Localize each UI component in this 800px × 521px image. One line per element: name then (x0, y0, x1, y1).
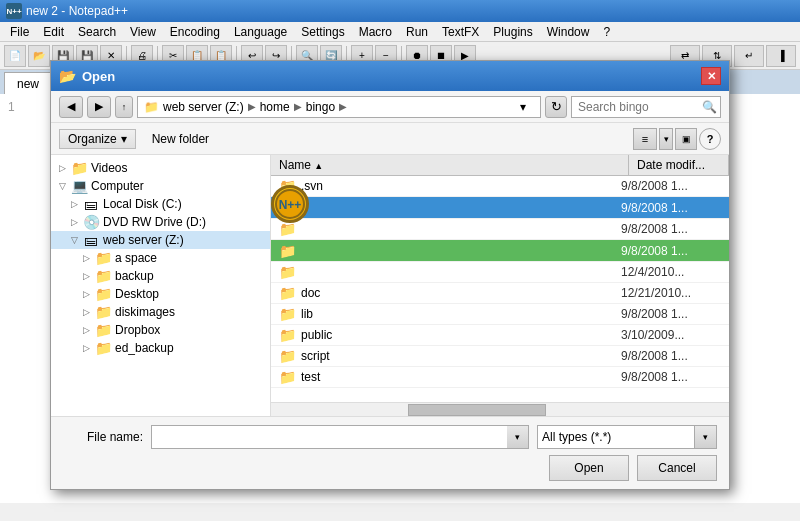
h-scroll-thumb[interactable] (408, 404, 545, 416)
tree-item-desktop[interactable]: ▷ 📁 Desktop (51, 285, 270, 303)
menu-macro[interactable]: Macro (353, 23, 398, 41)
file-row-script[interactable]: 📁 script 9/8/2008 1... (271, 346, 729, 367)
menu-window[interactable]: Window (541, 23, 596, 41)
view-list-button[interactable]: ≡ (633, 128, 657, 150)
path-part-bingo[interactable]: bingo (306, 100, 335, 114)
search-wrapper: 🔍 (571, 96, 721, 118)
file-row-doc[interactable]: 📁 doc 12/21/2010... (271, 283, 729, 304)
tab-new[interactable]: new (4, 72, 52, 94)
filename-dropdown[interactable]: ▾ (507, 425, 529, 449)
computer-icon: 💻 (71, 179, 87, 193)
hdd-icon-z: 🖴 (83, 233, 99, 247)
menu-language[interactable]: Language (228, 23, 293, 41)
col-header-name[interactable]: Name ▲ (271, 155, 629, 175)
menu-search[interactable]: Search (72, 23, 122, 41)
right-panel-wrapper: N++ Name ▲ Date modif... 📁 (271, 155, 729, 416)
tree-item-computer[interactable]: ▽ 💻 Computer (51, 177, 270, 195)
view-details-button[interactable]: ▾ (659, 128, 673, 150)
menu-plugins[interactable]: Plugins (487, 23, 538, 41)
horizontal-scrollbar[interactable] (271, 402, 729, 416)
path-part-webserver[interactable]: web server (Z:) (163, 100, 244, 114)
tree-label-dropbox: Dropbox (115, 323, 160, 337)
file-row-public[interactable]: 📁 public 3/10/2009... (271, 325, 729, 346)
filename-input[interactable] (151, 425, 529, 449)
tree-item-diskimages[interactable]: ▷ 📁 diskimages (51, 303, 270, 321)
expand-icon-backup: ▷ (79, 269, 93, 283)
organize-button[interactable]: Organize ▾ (59, 129, 136, 149)
filetype-dropdown-arrow[interactable]: ▾ (694, 426, 716, 448)
tree-item-local-disk-c[interactable]: ▷ 🖴 Local Disk (C:) (51, 195, 270, 213)
tree-item-backup[interactable]: ▷ 📁 backup (51, 267, 270, 285)
toolbar-wrap[interactable]: ↵ (734, 45, 764, 67)
search-icon[interactable]: 🔍 (699, 97, 719, 117)
file-date-3: 9/8/2008 1... (621, 222, 721, 236)
open-dialog: 📂 Open ✕ ◀ ▶ ↑ 📁 web server (Z:) ▶ home … (50, 60, 730, 490)
menu-settings[interactable]: Settings (295, 23, 350, 41)
file-list-panel: Name ▲ Date modif... 📁 .svn 9/8/2008 1..… (271, 155, 729, 402)
col-header-date[interactable]: Date modif... (629, 155, 729, 175)
line-number-1: 1 (8, 100, 15, 114)
tab-new-label: new (17, 77, 39, 91)
menubar: File Edit Search View Encoding Language … (0, 22, 800, 42)
tree-label-backup: backup (115, 269, 154, 283)
folder-icon-videos: 📁 (71, 161, 87, 175)
address-dropdown[interactable]: ▾ (520, 97, 534, 117)
dialog-addressbar: ◀ ▶ ↑ 📁 web server (Z:) ▶ home ▶ bingo ▶… (51, 91, 729, 123)
path-part-home[interactable]: home (260, 100, 290, 114)
dialog-title: Open (82, 69, 115, 84)
menu-file[interactable]: File (4, 23, 35, 41)
open-button-label: Open (574, 461, 603, 475)
tree-item-dvd-rw-d[interactable]: ▷ 💿 DVD RW Drive (D:) (51, 213, 270, 231)
file-row-lib[interactable]: 📁 lib 9/8/2008 1... (271, 304, 729, 325)
folder-tree: ▷ 📁 Videos ▽ 💻 Computer ▷ 🖴 Local Disk (… (51, 155, 271, 416)
back-button[interactable]: ◀ (59, 96, 83, 118)
dialog-help-button[interactable]: ? (699, 128, 721, 150)
forward-button[interactable]: ▶ (87, 96, 111, 118)
dialog-close-button[interactable]: ✕ (701, 67, 721, 85)
filetype-select[interactable]: All types (*.*) ▾ (537, 425, 717, 449)
folder-icon-backup: 📁 (95, 269, 111, 283)
tree-item-dropbox[interactable]: ▷ 📁 Dropbox (51, 321, 270, 339)
tree-item-ed-backup[interactable]: ▷ 📁 ed_backup (51, 339, 270, 357)
tree-item-videos[interactable]: ▷ 📁 Videos (51, 159, 270, 177)
menu-textfx[interactable]: TextFX (436, 23, 485, 41)
tree-label-videos: Videos (91, 161, 127, 175)
new-folder-label: New folder (152, 132, 209, 146)
toolbar-new[interactable]: 📄 (4, 45, 26, 67)
toolbar-open[interactable]: 📂 (28, 45, 50, 67)
cancel-button[interactable]: Cancel (637, 455, 717, 481)
cancel-button-label: Cancel (658, 461, 695, 475)
filetype-text: All types (*.*) (538, 430, 694, 444)
expand-icon-computer: ▽ (55, 179, 69, 193)
menu-help[interactable]: ? (597, 23, 616, 41)
toolbar-splitv[interactable]: ▐ (766, 45, 796, 67)
menu-view[interactable]: View (124, 23, 162, 41)
menu-run[interactable]: Run (400, 23, 434, 41)
file-list-header: Name ▲ Date modif... (271, 155, 729, 176)
file-row-svn[interactable]: 📁 .svn 9/8/2008 1... (271, 176, 729, 197)
dvd-icon-d: 💿 (83, 215, 99, 229)
new-folder-button[interactable]: New folder (144, 130, 217, 148)
file-name-doc: doc (301, 286, 621, 300)
tree-label-desktop: Desktop (115, 287, 159, 301)
view-icons-button[interactable]: ▣ (675, 128, 697, 150)
file-row-5[interactable]: 📁 12/4/2010... (271, 262, 729, 283)
file-row-test[interactable]: 📁 test 9/8/2008 1... (271, 367, 729, 388)
refresh-button[interactable]: ↻ (545, 96, 567, 118)
dialog-help-icon: ? (707, 133, 714, 145)
expand-icon-videos: ▷ (55, 161, 69, 175)
tree-item-web-server-z[interactable]: ▽ 🖴 web server (Z:) (51, 231, 270, 249)
h-scroll-track (271, 403, 729, 417)
dialog-folder-icon: 📂 (59, 68, 76, 84)
menu-encoding[interactable]: Encoding (164, 23, 226, 41)
tree-item-a-space[interactable]: ▷ 📁 a space (51, 249, 270, 267)
file-row-2[interactable]: 📁 9/8/2008 1... (271, 197, 729, 219)
tree-label-dvd-d: DVD RW Drive (D:) (103, 215, 206, 229)
file-row-3[interactable]: 📁 9/8/2008 1... (271, 219, 729, 240)
file-name-lib: lib (301, 307, 621, 321)
open-button[interactable]: Open (549, 455, 629, 481)
file-row-4[interactable]: 📁 9/8/2008 1... (271, 240, 729, 262)
menu-edit[interactable]: Edit (37, 23, 70, 41)
address-path[interactable]: 📁 web server (Z:) ▶ home ▶ bingo ▶ ▾ (137, 96, 541, 118)
up-button[interactable]: ↑ (115, 96, 133, 118)
